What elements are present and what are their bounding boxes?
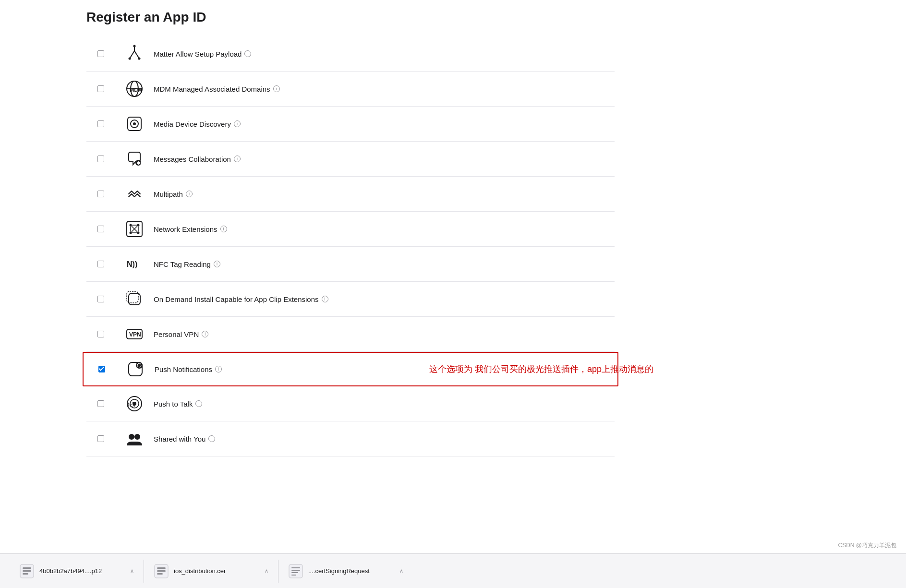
- annotation-push-notifications: 这个选项为 我们公司买的极光推送插件，app上推动消息的: [429, 363, 653, 375]
- svg-rect-45: [157, 567, 166, 569]
- capability-row-messages-collaboration: ✱ Messages Collaborationi: [86, 142, 615, 177]
- checkbox-network-extensions[interactable]: [97, 226, 104, 232]
- info-icon-network-extensions[interactable]: i: [220, 226, 227, 232]
- checkbox-media-device-discovery[interactable]: [97, 120, 104, 127]
- capability-row-mdm-managed-associated-domains: MDM MDM Managed Associated Domainsi: [86, 72, 615, 107]
- checkbox-cell-mdm-managed-associated-domains: [86, 85, 115, 92]
- svg-point-16: [130, 224, 132, 227]
- checkbox-cell-multipath: [86, 191, 115, 197]
- matter-icon: [124, 43, 145, 64]
- label-cell-matter-allow-setup-payload: Matter Allow Setup Payloadi: [154, 50, 615, 58]
- checkbox-cell-on-demand-install: [86, 296, 115, 302]
- svg-point-19: [137, 232, 140, 234]
- info-icon-multipath[interactable]: i: [186, 191, 193, 197]
- capability-list: Matter Allow Setup Payloadi MDM MDM Mana…: [86, 36, 615, 456]
- icon-cell-media-device-discovery: [115, 113, 154, 134]
- icon-cell-nfc-tag-reading: N)): [115, 253, 154, 275]
- on-demand-icon: [124, 288, 145, 310]
- shared-icon: [124, 428, 145, 449]
- svg-point-17: [137, 224, 140, 227]
- download-item-p12-file[interactable]: 4b0b2b2a7b494....p12∧: [10, 560, 144, 583]
- svg-rect-42: [23, 570, 31, 572]
- capability-name-nfc-tag-reading: NFC Tag Reading: [154, 260, 211, 268]
- push-icon: [125, 359, 146, 380]
- capability-row-on-demand-install: On Demand Install Capable for App Clip E…: [86, 282, 615, 317]
- label-cell-push-to-talk: Push to Talki: [154, 400, 615, 408]
- svg-text:VPN: VPN: [129, 331, 141, 338]
- info-icon-nfc-tag-reading[interactable]: i: [214, 261, 220, 267]
- download-item-cer-file[interactable]: ios_distribution.cer∧: [144, 560, 278, 583]
- label-cell-media-device-discovery: Media Device Discoveryi: [154, 120, 615, 128]
- label-cell-personal-vpn: Personal VPNi: [154, 330, 615, 338]
- main-content: Register an App ID Matter Allow Setup Pa…: [0, 0, 906, 553]
- label-cell-mdm-managed-associated-domains: MDM Managed Associated Domainsi: [154, 85, 615, 93]
- checkbox-multipath[interactable]: [97, 191, 104, 197]
- checkbox-cell-personal-vpn: [86, 331, 115, 337]
- icon-cell-push-to-talk: ((·)): [115, 393, 154, 414]
- icon-cell-personal-vpn: VPN: [115, 324, 154, 345]
- nfc-icon: N)): [124, 253, 145, 275]
- info-icon-shared-with-you[interactable]: i: [208, 435, 215, 442]
- checkbox-messages-collaboration[interactable]: [97, 156, 104, 162]
- capability-name-mdm-managed-associated-domains: MDM Managed Associated Domains: [154, 85, 270, 93]
- capability-name-push-notifications: Push Notifications: [155, 365, 212, 373]
- checkbox-mdm-managed-associated-domains[interactable]: [97, 85, 104, 92]
- label-cell-nfc-tag-reading: NFC Tag Readingi: [154, 260, 615, 268]
- svg-text:✱: ✱: [137, 161, 141, 166]
- checkbox-personal-vpn[interactable]: [97, 331, 104, 337]
- info-icon-mdm-managed-associated-domains[interactable]: i: [273, 85, 280, 92]
- checkbox-cell-push-to-talk: [86, 400, 115, 407]
- label-cell-messages-collaboration: Messages Collaborationi: [154, 155, 615, 163]
- svg-text:MDM: MDM: [130, 87, 142, 93]
- info-icon-on-demand-install[interactable]: i: [322, 296, 328, 302]
- checkbox-cell-shared-with-you: [86, 435, 115, 442]
- capability-row-shared-with-you: Shared with Youi: [86, 421, 615, 456]
- capability-name-shared-with-you: Shared with You: [154, 435, 205, 443]
- download-item-csr-file[interactable]: ....certSigningRequest∧: [278, 560, 413, 583]
- capability-row-nfc-tag-reading: N)) NFC Tag Readingi: [86, 247, 615, 282]
- checkbox-cell-nfc-tag-reading: [86, 261, 115, 267]
- svg-line-1: [130, 51, 134, 59]
- download-label-cer-file: ios_distribution.cer: [174, 567, 260, 575]
- checkbox-push-to-talk[interactable]: [97, 400, 104, 407]
- label-cell-on-demand-install: On Demand Install Capable for App Clip E…: [154, 295, 615, 303]
- network-icon: [124, 218, 145, 240]
- push-to-talk-icon: ((·)): [124, 393, 145, 414]
- capability-name-push-to-talk: Push to Talk: [154, 400, 193, 408]
- info-icon-push-to-talk[interactable]: i: [195, 400, 202, 407]
- label-cell-multipath: Multipathi: [154, 190, 615, 198]
- capability-name-media-device-discovery: Media Device Discovery: [154, 120, 231, 128]
- bottom-bar: 4b0b2b2a7b494....p12∧ ios_distribution.c…: [0, 553, 906, 588]
- checkbox-cell-push-notifications: [87, 366, 116, 372]
- icon-cell-on-demand-install: [115, 288, 154, 310]
- checkbox-push-notifications[interactable]: [98, 366, 105, 372]
- chevron-icon-csr-file: ∧: [399, 568, 403, 574]
- svg-rect-46: [157, 570, 166, 572]
- checkbox-on-demand-install[interactable]: [97, 296, 104, 302]
- checkbox-matter-allow-setup-payload[interactable]: [97, 50, 104, 57]
- capability-row-matter-allow-setup-payload: Matter Allow Setup Payloadi: [86, 36, 615, 72]
- svg-point-33: [137, 363, 141, 367]
- info-icon-messages-collaboration[interactable]: i: [234, 156, 241, 162]
- icon-cell-multipath: [115, 183, 154, 204]
- svg-point-3: [133, 45, 136, 48]
- checkbox-shared-with-you[interactable]: [97, 435, 104, 442]
- icon-cell-messages-collaboration: ✱: [115, 148, 154, 169]
- svg-line-2: [134, 51, 139, 59]
- csdn-watermark: CSDN @巧克力羊泥包: [838, 541, 896, 550]
- svg-rect-51: [291, 572, 298, 573]
- info-icon-push-notifications[interactable]: i: [215, 366, 222, 372]
- info-icon-matter-allow-setup-payload[interactable]: i: [244, 50, 251, 57]
- info-icon-media-device-discovery[interactable]: i: [234, 120, 241, 127]
- label-cell-shared-with-you: Shared with Youi: [154, 435, 615, 443]
- capability-row-multipath: Multipathi: [86, 177, 615, 212]
- capability-name-personal-vpn: Personal VPN: [154, 330, 199, 338]
- download-label-p12-file: 4b0b2b2a7b494....p12: [39, 567, 125, 575]
- certificate-icon: [154, 564, 169, 579]
- checkbox-nfc-tag-reading[interactable]: [97, 261, 104, 267]
- info-icon-personal-vpn[interactable]: i: [202, 331, 208, 337]
- checkbox-cell-messages-collaboration: [86, 156, 115, 162]
- capability-row-personal-vpn: VPN Personal VPNi: [86, 317, 615, 352]
- capability-row-media-device-discovery: Media Device Discoveryi: [86, 107, 615, 142]
- svg-rect-43: [23, 573, 28, 575]
